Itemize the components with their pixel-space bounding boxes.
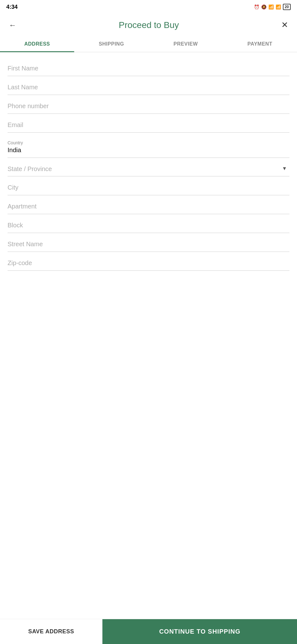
zipcode-input[interactable]: [8, 254, 289, 271]
tab-preview[interactable]: PREVIEW: [149, 36, 223, 52]
alarm-icon: ⏰: [254, 4, 259, 9]
email-input[interactable]: [8, 116, 289, 133]
header: ← Proceed to Buy ✕: [0, 14, 297, 36]
tab-address[interactable]: ADDRESS: [0, 36, 74, 52]
country-label: Country: [8, 140, 289, 145]
tab-payment[interactable]: PAYMENT: [223, 36, 297, 52]
last-name-field: [8, 79, 289, 95]
save-address-button[interactable]: SAVE ADDRESS: [0, 619, 102, 644]
close-button[interactable]: ✕: [280, 19, 289, 31]
back-button[interactable]: ←: [8, 19, 18, 31]
street-input[interactable]: [8, 236, 289, 252]
wifi-icon: 📶: [268, 4, 274, 9]
status-icons: ⏰ 🔕 📶 📶 20: [254, 4, 291, 10]
first-name-input[interactable]: [8, 60, 289, 76]
block-field: [8, 217, 289, 233]
street-field: [8, 236, 289, 252]
country-value: India: [8, 147, 21, 153]
address-form: Country India State / Province: [0, 52, 297, 311]
block-input[interactable]: [8, 217, 289, 233]
apartment-field: [8, 198, 289, 214]
phone-input[interactable]: [8, 97, 289, 114]
checkout-tabs: ADDRESS SHIPPING PREVIEW PAYMENT: [0, 36, 297, 52]
bottom-action-bar: SAVE ADDRESS CONTINUE TO SHIPPING: [0, 619, 297, 644]
tab-shipping[interactable]: SHIPPING: [74, 36, 148, 52]
status-time: 4:34: [6, 4, 18, 10]
city-input[interactable]: [8, 179, 289, 195]
city-field: [8, 179, 289, 195]
country-field: Country India: [8, 135, 289, 158]
first-name-field: [8, 60, 289, 76]
state-select[interactable]: State / Province: [8, 160, 289, 176]
state-field-wrapper: State / Province: [8, 160, 289, 176]
apartment-input[interactable]: [8, 198, 289, 214]
battery-icon: 20: [283, 4, 291, 10]
mute-icon: 🔕: [261, 4, 267, 9]
page-title: Proceed to Buy: [119, 20, 179, 30]
continue-to-shipping-button[interactable]: CONTINUE TO SHIPPING: [102, 619, 297, 644]
signal-icon: 📶: [276, 4, 281, 9]
email-field: [8, 116, 289, 133]
zipcode-field: [8, 254, 289, 271]
status-bar: 4:34 ⏰ 🔕 📶 📶 20: [0, 0, 297, 14]
last-name-input[interactable]: [8, 79, 289, 95]
phone-field: [8, 97, 289, 114]
